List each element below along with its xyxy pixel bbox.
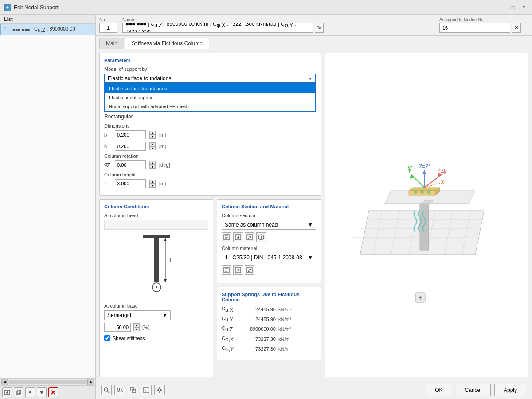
scroll-left-btn[interactable]: ◀ [1, 379, 8, 385]
at-head-label: At column head [104, 213, 208, 218]
rotation-down[interactable]: ▼ [149, 165, 156, 169]
name-edit-button[interactable]: ✎ [315, 23, 324, 33]
maximize-button[interactable]: □ [509, 4, 517, 12]
info-button[interactable]: i [141, 385, 152, 395]
col-section-browse-btn[interactable] [222, 232, 231, 242]
col-material-value: 1 - C25/30 | DIN 1045-1:2008-08 [225, 254, 302, 261]
name-display[interactable]: ■■■ ■■■ | Cu,Z : 8900000.00 kN/m | Cφ,X … [122, 23, 313, 33]
model-option-0[interactable]: Elastic surface foundations [105, 84, 315, 93]
tab-stiffness[interactable]: Stiffness via Fictitious Column [125, 38, 209, 49]
dim-b-input[interactable] [115, 130, 146, 139]
assigned-clear-button[interactable]: ✕ [512, 23, 521, 33]
col-section-add-btn[interactable] [233, 232, 243, 242]
footer: 0,00 i OK Cancel Apply [96, 381, 532, 399]
list-item[interactable]: 1 ■■■ ■■■ | Cu,Z : 8900000.00 [0, 24, 95, 35]
base-selected: Semi-rigid [107, 312, 131, 318]
pct-down[interactable]: ▼ [133, 327, 140, 331]
svg-point-17 [156, 286, 157, 288]
list-bottom-toolbar [0, 385, 95, 399]
name-input-row: ■■■ ■■■ | Cu,Z : 8900000.00 kN/m | Cφ,X … [122, 23, 434, 33]
svg-marker-51 [409, 188, 440, 191]
coordinates-button[interactable]: 0,00 [114, 385, 125, 395]
base-dropdown[interactable]: Semi-rigid ▼ [104, 310, 171, 320]
select-button[interactable] [128, 385, 138, 395]
col-material-dropdown[interactable]: 1 - C25/30 | DIN 1045-1:2008-08 ▼ [222, 253, 316, 262]
scroll-track[interactable] [8, 380, 87, 384]
right-content: No. Name ■■■ ■■■ | Cu,Z : 8900000.00 kN/… [96, 15, 532, 399]
model-option-2[interactable]: Nodal support with adapted FE mesh [105, 102, 315, 111]
list-empty-space [0, 35, 95, 378]
rotation-row: αZ ▲ ▼ [deg] [104, 160, 316, 169]
3d-visualization-svg: Y X Z=Z' α Z' [347, 122, 506, 308]
tab-main[interactable]: Main [99, 38, 124, 49]
spring-row-0: Cu,X 24455.90 kN/m³ [222, 306, 316, 313]
shear-stiffness-label[interactable]: Shear stiffness [113, 336, 145, 341]
svg-text:α: α [438, 166, 441, 172]
apply-button[interactable]: Apply [494, 384, 526, 396]
height-title: Column height [104, 172, 316, 177]
zoom-button[interactable] [101, 385, 112, 395]
ok-button[interactable]: OK [426, 384, 452, 396]
spring-value-4: 73227.30 [240, 346, 276, 352]
dim-h-label: h [104, 144, 111, 149]
col-section-title: Column Section and Material [222, 204, 316, 209]
close-button[interactable]: ✕ [519, 4, 528, 12]
spring-unit-4: kN/m [278, 346, 290, 352]
main-content: List 1 ■■■ ■■■ | Cu,Z : 8900000.00 ◀ ▶ [0, 15, 532, 399]
model-dropdown-btn[interactable]: Elastic surface foundations ▼ [104, 74, 316, 83]
move-up-button[interactable] [25, 387, 35, 397]
no-input[interactable] [99, 23, 117, 33]
cancel-button[interactable]: Cancel [456, 384, 491, 396]
visualization-panel: Y X Z=Z' α Z' [325, 53, 528, 377]
move-down-button[interactable] [37, 387, 47, 397]
model-option-1[interactable]: Elastic nodal support [105, 93, 315, 102]
dim-h-down[interactable]: ▼ [149, 146, 156, 150]
scroll-right-btn[interactable]: ▶ [87, 379, 94, 385]
svg-point-73 [104, 388, 108, 391]
rotation-up[interactable]: ▲ [149, 161, 156, 165]
list-item-icons: ■■■ ■■■ [12, 27, 30, 32]
height-input[interactable] [115, 179, 146, 188]
dimensions-section: Dimensions b ▲ ▼ [m] [104, 123, 316, 151]
title-bar-buttons: ─ □ ✕ [498, 4, 528, 12]
height-up[interactable]: ▲ [149, 180, 156, 184]
minimize-button[interactable]: ─ [498, 4, 507, 12]
add-item-button[interactable] [2, 387, 12, 397]
right-sub-col: Column Section and Material Column secti… [217, 199, 321, 377]
shear-stiffness-checkbox[interactable] [104, 335, 110, 341]
col-section-dropdown[interactable]: Same as column head ▼ [222, 220, 316, 230]
height-label: H [104, 181, 111, 186]
dim-b-unit: [m] [159, 132, 166, 137]
settings-button[interactable] [154, 385, 165, 395]
dim-h-input[interactable] [115, 142, 146, 151]
col-material-browse-btn[interactable] [222, 265, 231, 275]
svg-text:H: H [167, 257, 171, 263]
col-section-edit-btn[interactable] [245, 232, 254, 242]
dim-b-label: b [104, 132, 111, 137]
pct-up[interactable]: ▲ [133, 323, 140, 327]
dim-b-up[interactable]: ▲ [149, 131, 156, 135]
footer-left: 0,00 i [101, 385, 165, 395]
model-dropdown-list: Elastic surface foundations Elastic noda… [104, 83, 316, 112]
duplicate-item-button[interactable] [14, 387, 23, 397]
rotation-section: Column rotation αZ ▲ ▼ [deg] [104, 153, 316, 169]
col-section-info-btn[interactable]: i [256, 232, 266, 242]
dim-h-up[interactable]: ▲ [149, 142, 156, 146]
spring-label-2: Cu,Z [222, 325, 238, 332]
height-down[interactable]: ▼ [149, 184, 156, 188]
main-window: Edit Nodal Support ─ □ ✕ List 1 ■■■ ■■■ … [0, 0, 532, 399]
pct-unit: [%] [142, 325, 149, 330]
spring-value-3: 73227.30 [240, 336, 276, 342]
assigned-input[interactable] [439, 23, 510, 33]
svg-marker-64 [422, 170, 426, 174]
svg-rect-11 [154, 238, 159, 282]
pct-input[interactable] [104, 323, 131, 332]
rotation-input[interactable] [115, 160, 146, 169]
col-material-edit-btn[interactable] [245, 265, 254, 275]
delete-item-button[interactable] [48, 387, 58, 397]
svg-text:i: i [261, 234, 262, 240]
col-material-add-btn[interactable] [233, 265, 243, 275]
name-value: ■■■ ■■■ | Cu,Z : 8900000.00 kN/m | Cφ,X … [125, 23, 310, 33]
dim-b-down[interactable]: ▼ [149, 135, 156, 139]
horizontal-scrollbar[interactable]: ◀ ▶ [0, 378, 95, 385]
